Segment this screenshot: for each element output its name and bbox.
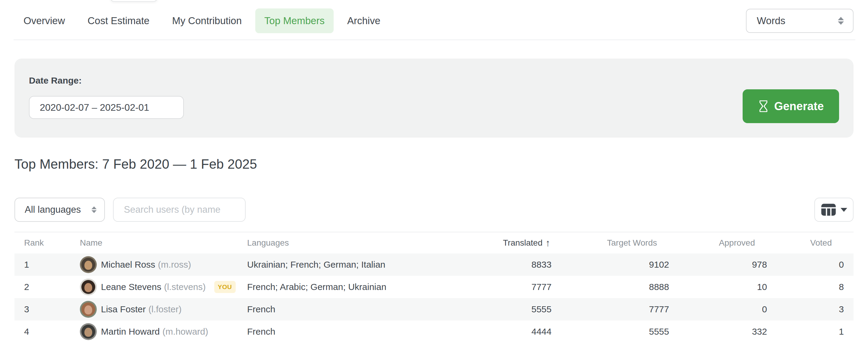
tabs-divider	[13, 39, 855, 40]
top-members-table: Rank Name Languages Translated ↑ Target …	[14, 232, 854, 343]
report-panel: Date Range: 2020-02-07 – 2025-02-01 Gene…	[14, 59, 854, 138]
table-row[interactable]: 1 Michael Ross (m.ross) Ukrainian; Frenc…	[14, 254, 854, 276]
voted-value: 0	[767, 259, 844, 270]
page-title: Top Members: 7 Feb 2020 — 1 Feb 2025	[14, 156, 854, 172]
tab-archive[interactable]: Archive	[338, 8, 390, 33]
approved-value: 332	[669, 326, 767, 337]
target-words-value: 5555	[552, 326, 669, 337]
rank-value: 4	[14, 326, 80, 337]
languages-value: French; Arabic; German; Ukrainian	[247, 282, 422, 292]
languages-value: French	[247, 326, 422, 337]
table-row[interactable]: 3 Lisa Foster (l.foster) French 5555 777…	[14, 298, 854, 320]
column-header-rank: Rank	[14, 238, 80, 248]
language-filter[interactable]: All languages	[14, 198, 105, 222]
unit-select-value: Words	[757, 15, 785, 27]
column-header-voted: Voted	[767, 238, 844, 248]
updown-icon	[837, 16, 844, 25]
target-words-value: 8888	[552, 282, 669, 292]
voted-value: 8	[767, 282, 844, 292]
member-name[interactable]: Martin Howard	[101, 326, 160, 337]
languages-value: Ukrainian; French; German; Italian	[247, 259, 422, 270]
translated-value: 7777	[422, 282, 552, 292]
generate-button[interactable]: Generate	[743, 89, 839, 123]
updown-icon	[91, 206, 97, 213]
columns-settings-button[interactable]	[814, 198, 854, 222]
rank-value: 3	[14, 304, 80, 314]
translated-value: 8833	[422, 259, 552, 270]
you-badge: YOU	[214, 281, 236, 293]
tabs-row: Overview Cost Estimate My Contribution T…	[14, 8, 854, 33]
search-input[interactable]	[113, 198, 246, 222]
languages-value: French	[247, 304, 422, 314]
tab-cost-estimate[interactable]: Cost Estimate	[79, 8, 158, 33]
member-name[interactable]: Michael Ross	[101, 259, 155, 270]
member-username: (l.foster)	[148, 304, 181, 314]
member-name[interactable]: Lisa Foster	[101, 304, 146, 314]
translated-value: 4444	[422, 326, 552, 337]
approved-value: 0	[669, 304, 767, 314]
table-row[interactable]: 2 Leane Stevens (l.stevens) YOU French; …	[14, 276, 854, 298]
member-cell: Martin Howard (m.howard)	[80, 323, 247, 340]
tab-bar: Overview Cost Estimate My Contribution T…	[14, 8, 390, 33]
filter-row: All languages	[14, 198, 854, 222]
language-filter-value: All languages	[25, 204, 81, 215]
member-cell: Michael Ross (m.ross)	[80, 256, 247, 273]
member-name[interactable]: Leane Stevens	[101, 282, 161, 292]
avatar	[80, 279, 97, 295]
table-row[interactable]: 4 Martin Howard (m.howard) French 4444 5…	[14, 320, 854, 343]
voted-value: 3	[767, 304, 844, 314]
column-header-translated[interactable]: Translated ↑	[422, 237, 552, 249]
table-columns-icon	[821, 203, 836, 216]
avatar	[80, 256, 97, 273]
column-header-approved: Approved	[669, 238, 767, 248]
date-range-input[interactable]: 2020-02-07 – 2025-02-01	[29, 96, 184, 119]
popover-remnant	[110, 0, 158, 2]
member-username: (l.stevens)	[164, 282, 206, 292]
avatar	[80, 323, 97, 340]
sort-ascending-icon: ↑	[546, 237, 550, 249]
member-cell: Leane Stevens (l.stevens) YOU	[80, 279, 247, 295]
date-range-value: 2020-02-07 – 2025-02-01	[40, 102, 149, 113]
rank-value: 2	[14, 282, 80, 292]
approved-value: 10	[669, 282, 767, 292]
generate-label: Generate	[774, 100, 824, 113]
member-cell: Lisa Foster (l.foster)	[80, 301, 247, 318]
tab-top-members[interactable]: Top Members	[255, 8, 334, 33]
date-range-label: Date Range:	[29, 76, 82, 86]
approved-value: 978	[669, 259, 767, 270]
translated-value: 5555	[422, 304, 552, 314]
unit-select[interactable]: Words	[746, 9, 854, 33]
tab-my-contribution[interactable]: My Contribution	[163, 8, 251, 33]
rank-value: 1	[14, 259, 80, 270]
member-username: (m.ross)	[158, 259, 191, 270]
voted-value: 1	[767, 326, 844, 337]
avatar	[80, 301, 97, 318]
target-words-value: 7777	[552, 304, 669, 314]
target-words-value: 9102	[552, 259, 669, 270]
hourglass-icon	[758, 100, 769, 113]
chevron-down-icon	[841, 208, 847, 212]
column-header-languages: Languages	[247, 238, 422, 248]
column-header-target-words: Target Words	[552, 238, 669, 248]
column-header-name: Name	[80, 238, 247, 248]
member-username: (m.howard)	[162, 326, 208, 337]
tab-overview[interactable]: Overview	[14, 8, 74, 33]
table-header: Rank Name Languages Translated ↑ Target …	[14, 232, 854, 254]
